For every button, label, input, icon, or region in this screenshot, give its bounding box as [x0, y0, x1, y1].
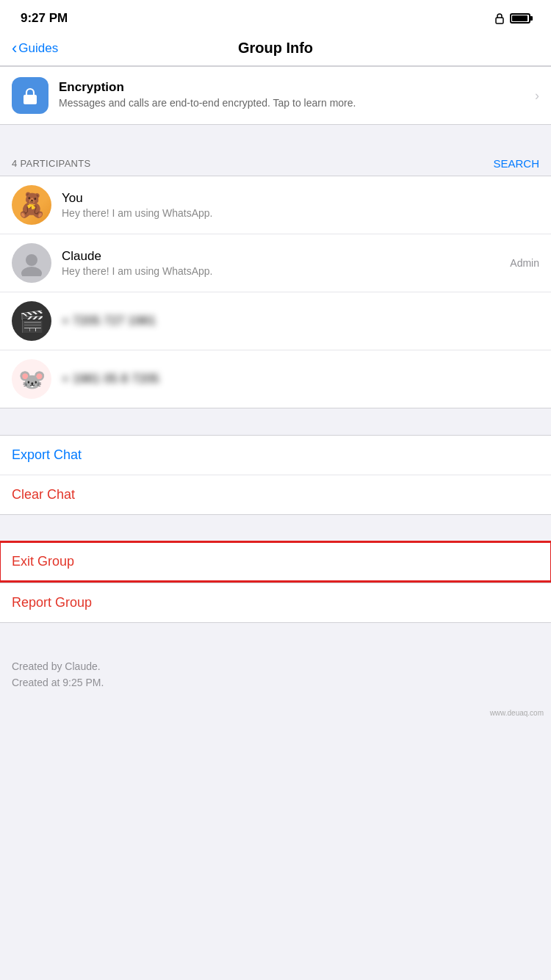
encryption-section: Encryption Messages and calls are end-to…	[0, 66, 551, 125]
back-label: Guides	[18, 41, 58, 56]
battery-icon	[510, 13, 530, 24]
participants-header: 4 PARTICIPANTS SEARCH	[0, 151, 551, 176]
svg-point-3	[21, 267, 42, 276]
action-spacer-2	[0, 515, 551, 541]
encryption-subtitle: Messages and calls are end-to-end encryp…	[59, 96, 525, 111]
export-clear-section: Export Chat Clear Chat	[0, 435, 551, 515]
exit-group-section: Exit Group	[0, 541, 551, 582]
participant-phone1: + 7205 727 1981	[62, 314, 539, 328]
svg-point-2	[26, 254, 37, 266]
encryption-row[interactable]: Encryption Messages and calls are end-to…	[0, 67, 551, 124]
participant-info-phone1: + 7205 727 1981	[62, 314, 539, 328]
status-time: 9:27 PM	[21, 11, 68, 26]
participant-row[interactable]: Claude Hey there! I am using WhatsApp. A…	[0, 234, 551, 292]
footer-info: Created by Claude. Created at 9:25 PM.	[0, 649, 551, 706]
person-icon	[18, 250, 45, 276]
lock-icon	[494, 12, 505, 24]
status-icons	[494, 12, 530, 24]
participant-row[interactable]: + 7205 727 1981	[0, 292, 551, 350]
encryption-text: Encryption Messages and calls are end-to…	[59, 80, 525, 111]
participant-info-claude: Claude Hey there! I am using WhatsApp.	[62, 249, 539, 277]
footer-spacer	[0, 623, 551, 649]
participant-badge-claude: Admin	[510, 257, 539, 269]
report-section: Report Group	[0, 583, 551, 623]
participants-list: You Hey there! I am using WhatsApp. Clau…	[0, 176, 551, 408]
encryption-title: Encryption	[59, 80, 525, 95]
participants-search-button[interactable]: SEARCH	[493, 157, 539, 170]
export-chat-row[interactable]: Export Chat	[0, 436, 551, 475]
svg-rect-1	[24, 95, 37, 104]
report-group-label: Report Group	[12, 595, 92, 610]
participant-row[interactable]: + 1981 05 8 7205	[0, 350, 551, 408]
avatar-you	[12, 185, 51, 225]
svg-rect-0	[496, 18, 503, 24]
participant-name-claude: Claude	[62, 249, 539, 264]
avatar-phone1	[12, 301, 51, 341]
participant-name-you: You	[62, 191, 539, 206]
export-chat-label: Export Chat	[12, 447, 82, 462]
status-bar: 9:27 PM	[0, 0, 551, 32]
clear-chat-label: Clear Chat	[12, 487, 75, 502]
avatar-phone2	[12, 359, 51, 399]
footer-line1: Created by Claude.	[12, 658, 539, 674]
action-spacer-1	[0, 408, 551, 435]
report-group-row[interactable]: Report Group	[0, 583, 551, 622]
participant-status-claude: Hey there! I am using WhatsApp.	[62, 265, 539, 277]
back-chevron-icon: ‹	[12, 40, 17, 57]
participant-info-you: You Hey there! I am using WhatsApp.	[62, 191, 539, 219]
participants-count: 4 PARTICIPANTS	[12, 158, 91, 169]
exit-group-label: Exit Group	[12, 554, 74, 569]
spacer-1	[0, 125, 551, 151]
nav-bar: ‹ Guides Group Info	[0, 32, 551, 66]
avatar-claude	[12, 243, 51, 283]
participant-phone2: + 1981 05 8 7205	[62, 372, 539, 386]
participant-status-you: Hey there! I am using WhatsApp.	[62, 207, 539, 219]
exit-group-row[interactable]: Exit Group	[0, 542, 551, 581]
encryption-icon-wrap	[12, 77, 48, 114]
footer-line2: Created at 9:25 PM.	[12, 674, 539, 691]
clear-chat-row[interactable]: Clear Chat	[0, 475, 551, 514]
participant-info-phone2: + 1981 05 8 7205	[62, 372, 539, 386]
page-title: Group Info	[238, 40, 313, 57]
participant-row[interactable]: You Hey there! I am using WhatsApp.	[0, 176, 551, 234]
watermark: www.deuaq.com	[0, 706, 551, 723]
encryption-chevron-icon: ›	[535, 88, 539, 104]
lock-encryption-icon	[20, 85, 40, 106]
back-button[interactable]: ‹ Guides	[12, 40, 58, 57]
